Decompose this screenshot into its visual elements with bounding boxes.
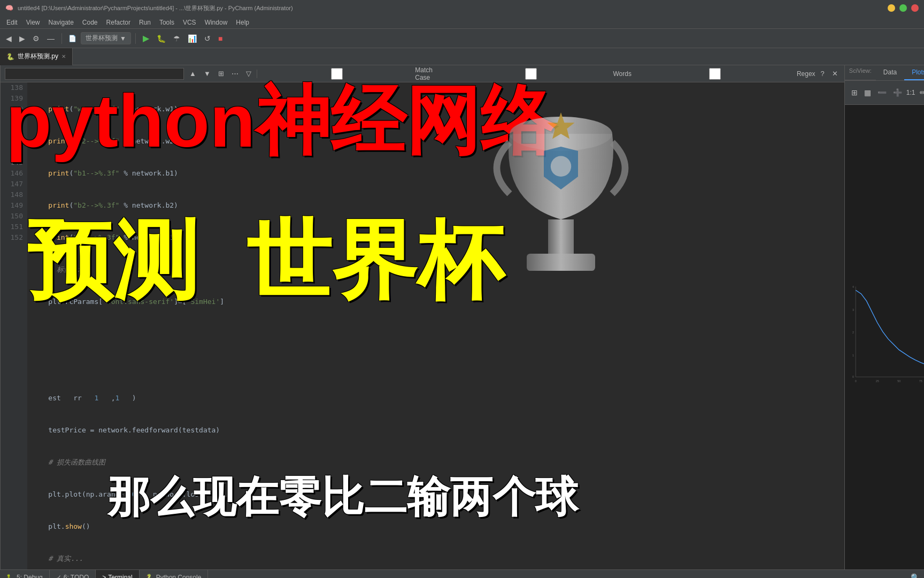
find-filter-button[interactable]: ▽ bbox=[244, 69, 253, 79]
run-config-selector[interactable]: 世界杯预测 ▼ bbox=[81, 32, 131, 44]
menu-window[interactable]: Window bbox=[201, 18, 232, 27]
code-line-142: print("b3-->%.3f" % network.b3) bbox=[32, 232, 840, 243]
code-line-145 bbox=[32, 329, 840, 339]
menu-view[interactable]: View bbox=[22, 18, 44, 27]
code-content[interactable]: print("w1-->%.3f" % network.w1) print("w… bbox=[27, 82, 844, 569]
find-toggle-button[interactable]: ⊞ bbox=[216, 69, 226, 79]
menu-edit[interactable]: Edit bbox=[2, 18, 22, 27]
code-line-149: # 损失函数曲线图 bbox=[32, 457, 840, 468]
editor-area: ▲ ▼ ⊞ ⋯ ▽ Match Case Words Regex ? ✕ bbox=[1, 65, 844, 569]
plots-pen-icon[interactable]: ✏ bbox=[918, 87, 925, 98]
regex-checkbox[interactable] bbox=[635, 68, 795, 80]
profile-button[interactable]: 📊 bbox=[185, 33, 199, 44]
code-line-143: # 标量显示中 bbox=[32, 264, 840, 275]
find-help-button[interactable]: ? bbox=[819, 69, 827, 79]
tab-data[interactable]: Data bbox=[876, 65, 904, 80]
forward-button[interactable]: ▶ bbox=[17, 33, 28, 44]
words-checkbox[interactable] bbox=[451, 68, 611, 80]
bottom-tabs: 🐛 5: Debug ✓ 6: TODO > Terminal 🐍 Python… bbox=[0, 570, 924, 578]
app-icon: 🧠 bbox=[5, 4, 13, 12]
menu-run[interactable]: Run bbox=[135, 18, 155, 27]
svg-rect-5 bbox=[845, 283, 924, 392]
plots-grid-icon[interactable]: ⊞ bbox=[849, 87, 860, 98]
bottom-tab-todo[interactable]: ✓ 6: TODO bbox=[50, 570, 96, 579]
find-close-button[interactable]: ✕ bbox=[830, 69, 840, 79]
match-case-option[interactable]: Match Case bbox=[260, 66, 448, 81]
titlebar: 🧠 untitled4 [D:\Users\Administrator\Pych… bbox=[0, 0, 924, 16]
svg-text:0: 0 bbox=[852, 375, 854, 378]
loss-chart: 4 3 2 1 0 0 25 50 75 100 bbox=[845, 105, 924, 569]
debug-button[interactable]: 🐛 bbox=[154, 33, 168, 44]
stop-button[interactable]: ■ bbox=[215, 33, 225, 44]
plots-zoom-out-button[interactable]: ➖ bbox=[875, 87, 889, 98]
find-prev-button[interactable]: ▲ bbox=[187, 69, 198, 79]
run-config-label: 世界杯预测 bbox=[86, 34, 118, 43]
code-line-140: print("b1-->%.3f" % network.b1) bbox=[32, 168, 840, 179]
bottom-panel: 🐛 5: Debug ✓ 6: TODO > Terminal 🐍 Python… bbox=[0, 569, 924, 578]
plots-toolbar: ⊞ ▦ ➖ ➕ 1:1 ✏ lor) 8.63 kB bbox=[845, 81, 924, 105]
run-button[interactable]: ▶ bbox=[140, 32, 152, 45]
bottom-tab-python-console[interactable]: 🐍 Python Console bbox=[140, 570, 209, 579]
plots-table-icon[interactable]: ▦ bbox=[862, 87, 873, 98]
menu-vcs[interactable]: VCS bbox=[179, 18, 201, 27]
close-button[interactable] bbox=[911, 4, 919, 12]
svg-text:4: 4 bbox=[852, 285, 854, 288]
code-line-146 bbox=[32, 361, 840, 371]
terminal-label: Terminal bbox=[108, 574, 132, 579]
menu-code[interactable]: Code bbox=[78, 18, 102, 27]
maximize-button[interactable] bbox=[899, 4, 907, 12]
findbar-separator bbox=[257, 70, 257, 78]
bottom-tab-debug[interactable]: 🐛 5: Debug bbox=[0, 570, 50, 579]
tab-world-cup[interactable]: 🐍 世界杯预测.py ✕ bbox=[0, 48, 73, 65]
minimize-button[interactable] bbox=[888, 4, 895, 12]
python-console-icon: 🐍 bbox=[146, 574, 154, 579]
back-button[interactable]: ◀ bbox=[3, 33, 14, 44]
svg-text:2: 2 bbox=[852, 331, 854, 334]
regex-option[interactable]: Regex bbox=[635, 68, 815, 80]
svg-text:25: 25 bbox=[876, 379, 879, 383]
code-line-148: testPrice = network.feedforward(testdata… bbox=[32, 425, 840, 436]
match-case-label: Match Case bbox=[415, 66, 448, 81]
plots-zoom-in-button[interactable]: ➕ bbox=[891, 87, 904, 98]
reload-button[interactable]: ↺ bbox=[202, 33, 213, 44]
match-case-checkbox[interactable] bbox=[260, 68, 414, 80]
tab-plots[interactable]: Plots bbox=[904, 65, 924, 80]
sciview-label: SciView: bbox=[845, 65, 876, 80]
terminal-search-icon[interactable]: 🔍 bbox=[906, 573, 924, 579]
find-next-button[interactable]: ▼ bbox=[202, 69, 213, 79]
toolbar: ◀ ▶ ⚙ — 📄 世界杯预测 ▼ ▶ 🐛 ☂ 📊 ↺ ■ bbox=[0, 29, 924, 48]
settings-button[interactable]: ⚙ bbox=[30, 33, 42, 44]
words-option[interactable]: Words bbox=[451, 68, 631, 80]
terminal-icon: > bbox=[102, 574, 106, 579]
bottom-tab-terminal[interactable]: > Terminal bbox=[96, 570, 139, 579]
tab-close-button[interactable]: ✕ bbox=[61, 54, 66, 59]
words-label: Words bbox=[613, 70, 631, 78]
file-icon: 📄 bbox=[66, 35, 79, 42]
find-options-button[interactable]: ⋯ bbox=[229, 69, 241, 79]
debug-icon: 🐛 bbox=[6, 574, 14, 579]
svg-text:0: 0 bbox=[855, 379, 857, 383]
right-panel: SciView: Data Plots ⊞ ▦ ➖ ➕ 1:1 ✏ lor) 8… bbox=[844, 65, 924, 569]
line-numbers: 138 139 140 141 142 143 144 145 146 147 … bbox=[1, 82, 27, 569]
svg-text:3: 3 bbox=[852, 308, 854, 311]
code-editor[interactable]: 138 139 140 141 142 143 144 145 146 147 … bbox=[1, 82, 844, 569]
code-line-139: print("w2-->%.3f" % network.w2) bbox=[32, 136, 840, 147]
minus-button[interactable]: — bbox=[44, 33, 57, 44]
debug-label: 5: Debug bbox=[17, 574, 43, 579]
todo-label: 6: TODO bbox=[64, 574, 89, 579]
menu-navigate[interactable]: Navigate bbox=[44, 18, 78, 27]
menu-tools[interactable]: Tools bbox=[155, 18, 179, 27]
menu-refactor[interactable]: Refactor bbox=[102, 18, 135, 27]
tab-label: 世界杯预测.py bbox=[18, 52, 58, 61]
todo-icon: ✓ bbox=[56, 574, 61, 579]
find-input[interactable] bbox=[5, 68, 184, 80]
code-line-141: print("b2-->%.3f" % network.b2) bbox=[32, 200, 840, 211]
regex-label: Regex bbox=[797, 70, 815, 78]
separator1 bbox=[61, 33, 62, 44]
code-line-150: plt.plot(np.arange(100), network.loss) bbox=[32, 489, 840, 500]
menu-help[interactable]: Help bbox=[232, 18, 253, 27]
svg-text:50: 50 bbox=[897, 379, 900, 383]
run-config-dropdown-icon: ▼ bbox=[120, 35, 126, 42]
coverage-button[interactable]: ☂ bbox=[171, 33, 183, 44]
tabbar: 🐍 世界杯预测.py ✕ bbox=[0, 48, 924, 65]
